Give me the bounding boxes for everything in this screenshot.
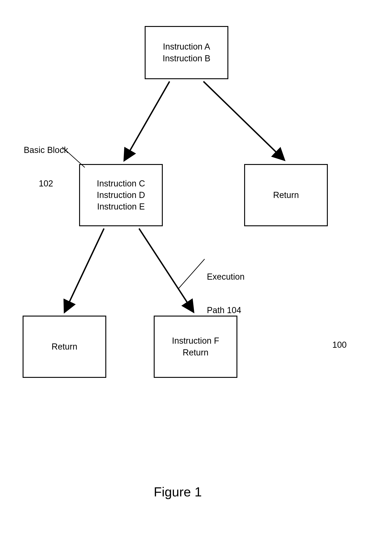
diagram-canvas: Instruction A Instruction B Instruction … — [0, 0, 392, 543]
node-return-right: Return — [244, 164, 328, 226]
figure-ref-number: 100 — [332, 339, 347, 351]
node-text-line: Instruction C — [97, 178, 145, 189]
label-line: 102 — [24, 178, 68, 189]
edge-top-to-rightmid — [204, 81, 283, 158]
edge-leftmid-to-bottomright — [139, 228, 192, 310]
label-line: Basic Block — [24, 145, 68, 156]
edge-top-to-leftmid — [126, 81, 170, 158]
node-text-line: Return — [273, 189, 299, 201]
label-basic-block: Basic Block 102 — [24, 122, 68, 212]
node-instruction-cde: Instruction C Instruction D Instruction … — [79, 164, 163, 226]
arrows-overlay — [0, 0, 392, 543]
node-text-line: Instruction D — [97, 189, 145, 201]
edge-leftmid-to-bottomleft — [66, 228, 104, 310]
node-text-line: Return — [183, 347, 208, 358]
node-text-line: Instruction E — [97, 201, 145, 212]
node-instruction-ab: Instruction A Instruction B — [145, 26, 228, 79]
node-return-bottom-left: Return — [23, 316, 106, 378]
label-execution-path: Execution Path 104 — [207, 249, 245, 338]
node-text-line: Instruction B — [163, 53, 210, 64]
figure-caption: Figure 1 — [154, 484, 202, 499]
label-line: Execution — [207, 271, 245, 282]
node-text-line: Instruction A — [163, 41, 210, 52]
label-line: Path 104 — [207, 305, 245, 316]
node-text-line: Return — [52, 341, 77, 352]
leader-execution-path — [179, 259, 204, 288]
